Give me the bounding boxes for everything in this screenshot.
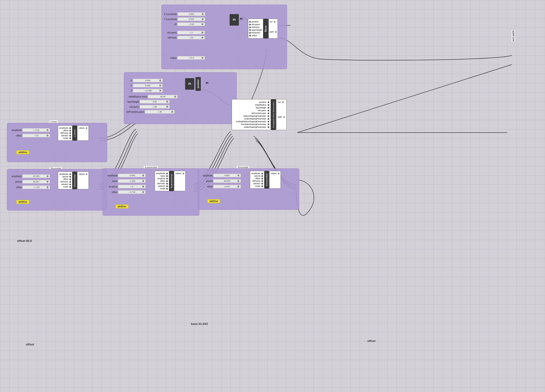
- mid-z-slider[interactable]: 10.000: [133, 89, 163, 93]
- sin-left-amplitude-slider[interactable]: 20.000: [22, 174, 50, 178]
- nb-layers-top-label: nbLayers: [164, 31, 177, 34]
- exp-ampexp-slider[interactable]: 2: [118, 185, 146, 188]
- sin-left-offset-label: offset: [9, 186, 22, 189]
- position-node: position: [196, 77, 201, 91]
- sin-right-period-slider[interactable]: 60.553: [213, 179, 241, 183]
- sin-right-amplitude-row: amplitude 9.601: [200, 174, 241, 177]
- init-radius-label: initialRadius (mm): [126, 95, 147, 98]
- sin-left-offset-slider[interactable]: 1.122: [22, 185, 50, 189]
- nb-points-in-layers-label: nbPointsInLayers: [126, 111, 144, 113]
- exp-offset-row: offset 5.716: [105, 190, 146, 194]
- pt-label-top: Pt: [240, 18, 242, 20]
- tp-port-layerheight: layerHeight: [233, 106, 269, 109]
- pt-block-mid: Pt: [185, 78, 194, 90]
- linear-additive-badge[interactable]: additive: [16, 150, 29, 154]
- layer-height-slider[interactable]: 3.50: [140, 100, 170, 104]
- sin-right-label-block: Sinusoidal: [264, 171, 269, 189]
- nb-layers-mid-row: nbLayers 60: [126, 105, 170, 109]
- sin-right-period-row: period 60.553: [200, 179, 241, 183]
- base-out-port: out: [270, 20, 277, 23]
- radius-top-slider[interactable]: 37.0: [177, 56, 205, 60]
- base-port-position: position: [249, 20, 262, 23]
- exp-component: amplitude base ampExp offset nbPoints va…: [155, 171, 186, 191]
- sin-left-period-slider[interactable]: 68.267: [22, 180, 50, 184]
- sin-right-amplitude-label: amplitude: [200, 174, 213, 177]
- exp-additive-badge[interactable]: additive: [116, 205, 128, 208]
- tp-port-nblayers: nbLayers: [233, 109, 269, 112]
- toolpath-node: position initialRadius layerHeight nbLay…: [232, 99, 287, 130]
- nb-points-top-label: nbPoints: [164, 37, 177, 39]
- base-path-port: path: [270, 31, 277, 33]
- nb-layers-top-slider[interactable]: 3: [177, 31, 205, 34]
- pt-block-top: Pt: [230, 14, 239, 25]
- radius-top-label: radius: [164, 57, 177, 59]
- linear-offset-slider[interactable]: 0.0: [22, 134, 50, 137]
- linear-amplitude-row: amplitude -0.02: [9, 128, 50, 132]
- out-path-label: out path: [511, 30, 515, 42]
- mid-group: X 0.000 Y 0.000 Z 10.000 initialRadius (…: [124, 72, 237, 124]
- sinusoidal-right-group: amplitude 9.601 period 60.553 offset 4.9…: [198, 168, 299, 210]
- sin-left-period-label: period: [9, 180, 22, 183]
- base-port-radius: radius: [249, 34, 262, 37]
- init-radius-row: initialRadius (mm) 30.00: [126, 95, 178, 99]
- base-port-layerheight: layerHeight: [249, 29, 262, 31]
- offset-bottom-left-label: offset: [26, 343, 34, 346]
- pt-label-mid: Pt: [206, 82, 208, 84]
- sin-left-additive-badge[interactable]: additive: [16, 200, 29, 204]
- sin-left-amplitude-row: amplitude 20.000: [9, 174, 50, 178]
- x-coord-row: X coordinate 0.000: [164, 12, 205, 16]
- exp-offset-slider[interactable]: 5.716: [118, 190, 146, 194]
- mid-z-row: Z 10.000: [126, 89, 163, 93]
- tp-port-rotate: rotateShapingParameter: [233, 126, 269, 128]
- exp-base-slider[interactable]: 1.043: [118, 179, 146, 183]
- exp-amplitude-row: amplitude 0.081: [105, 174, 146, 177]
- mid-x-slider[interactable]: 0.000: [133, 79, 163, 82]
- base-port-nbpoints: nbPoints: [249, 26, 262, 28]
- mid-y-row: Y 0.000: [126, 84, 163, 87]
- base-port-nblayers: nbLayers: [249, 23, 262, 25]
- sin-right-period-label: period: [200, 180, 213, 182]
- mid-y-slider[interactable]: 0.000: [133, 84, 163, 87]
- init-radius-slider[interactable]: 30.00: [148, 95, 178, 99]
- y-coord-slider[interactable]: 0.000: [178, 17, 205, 21]
- toolpath-label-block: Toolpath Unit Generator: [271, 99, 276, 130]
- sin-left-component: amplitude period offset nbPoints values0…: [58, 172, 89, 189]
- linear-component: amplitude offset nbPoints values0 mode L…: [58, 125, 89, 141]
- exp-ampexp-label: ampExp: [105, 185, 117, 188]
- nb-layers-mid-label: nbLayers: [126, 106, 139, 108]
- sin-left-amplitude-label: amplitude: [9, 175, 22, 178]
- tp-port-scaling-radius: scalingRadiusShapingParameter: [233, 120, 269, 123]
- mid-y-label: Y: [126, 84, 132, 87]
- nb-points-in-layers-row: nbPointsInLayers 30: [126, 110, 175, 114]
- mid-x-row: X 0.000: [126, 79, 163, 82]
- linear-group: amplitude -0.02 offset 0.0 additive ampl…: [7, 123, 107, 162]
- exp-amplitude-slider[interactable]: 0.081: [118, 174, 146, 177]
- z0-row: z0 0.00: [164, 22, 205, 26]
- mid-x-label: X: [126, 79, 132, 82]
- sin-left-offset-row: offset 1.122: [9, 185, 50, 189]
- sin-right-amplitude-slider[interactable]: 9.601: [213, 174, 241, 177]
- top-group: X coordinate 0.000 Y coordinate 0.000 z0…: [161, 5, 287, 69]
- sinusoidal-left-group: amplitude 20.000 period 68.267 offset 1.…: [7, 169, 107, 211]
- exp-ampexp-row: ampExp 2: [105, 185, 146, 188]
- nb-points-in-layers-slider[interactable]: 30: [145, 110, 175, 114]
- exp-offset-label: offset: [105, 191, 117, 193]
- linear-label-block: Linear: [72, 125, 77, 141]
- sin-left-label-block: Sinusoidal: [72, 172, 77, 189]
- tp-path-port: path: [278, 116, 285, 118]
- linear-offset-label: offset: [9, 134, 22, 137]
- linear-amplitude-slider[interactable]: -0.02: [22, 128, 50, 132]
- nb-layers-top-row: nbLayers 3: [164, 31, 205, 34]
- nb-points-top-slider[interactable]: 20: [177, 36, 205, 39]
- exp-base-label: base: [105, 180, 117, 182]
- sin-right-offset-slider[interactable]: 4.976: [213, 185, 241, 188]
- sin-right-component: amplitude period offset nbPoints values0…: [250, 171, 281, 189]
- mid-z-label: Z: [126, 89, 132, 92]
- nb-layers-mid-slider[interactable]: 60: [140, 105, 170, 109]
- sin-right-offset-label: offset: [200, 185, 213, 188]
- linear-offset-row: offset 0.0: [9, 134, 50, 137]
- exp-amplitude-label: amplitude: [105, 174, 117, 177]
- z0-slider[interactable]: 0.00: [177, 22, 205, 26]
- sin-right-additive-badge[interactable]: additive: [207, 199, 220, 203]
- x-coord-slider[interactable]: 0.000: [178, 12, 205, 16]
